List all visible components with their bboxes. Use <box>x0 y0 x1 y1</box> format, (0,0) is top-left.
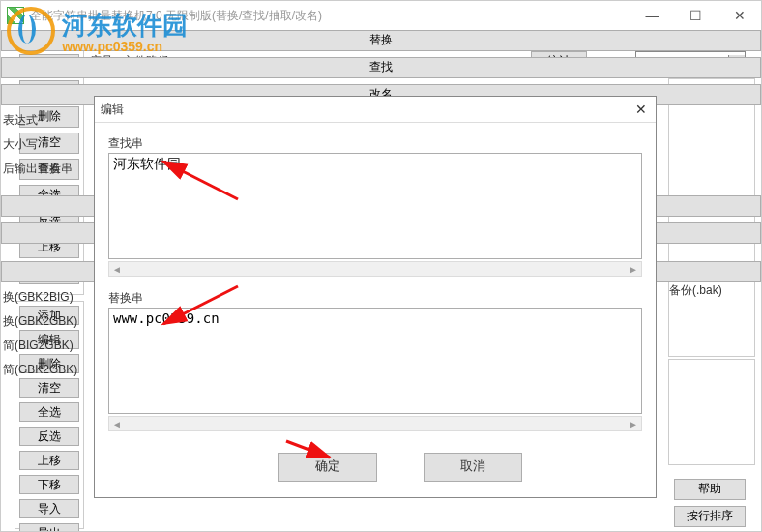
rule-move-down-button[interactable]: 下移 <box>19 475 79 494</box>
main-window: 全能字符串批量替换机7.0 无限制版(替换/查找/抽取/改名) ― ☐ ✕ 河东… <box>0 0 762 532</box>
scroll-right-icon: ► <box>626 262 641 276</box>
minimize-button[interactable]: ― <box>630 1 674 30</box>
sort-by-line-button[interactable]: 按行排序 <box>674 506 746 527</box>
rule-invert-button[interactable]: 反选 <box>19 427 79 446</box>
find-input[interactable] <box>108 153 642 259</box>
app-icon <box>7 7 24 24</box>
cancel-button[interactable]: 取消 <box>424 453 522 482</box>
edit-dialog: 编辑 ✕ 查找串 ◄ ► 替换串 ◄ ► 确定 取消 <box>94 96 657 498</box>
scroll-left-icon: ◄ <box>109 262 125 276</box>
rule-import-button[interactable]: 导入 <box>19 499 79 518</box>
replace-input[interactable] <box>108 308 642 414</box>
close-button[interactable]: ✕ <box>718 1 761 30</box>
dialog-titlebar: 编辑 ✕ <box>95 97 656 123</box>
titlebar: 全能字符串批量替换机7.0 无限制版(替换/查找/抽取/改名) ― ☐ ✕ <box>1 1 761 31</box>
rule-clear-button[interactable]: 清空 <box>19 378 79 398</box>
window-title: 全能字符串批量替换机7.0 无限制版(替换/查找/抽取/改名) <box>30 8 630 24</box>
find-button[interactable]: 查找 <box>1 57 761 78</box>
replace-button[interactable]: 替换 <box>1 30 761 51</box>
rule-select-all-button[interactable]: 全选 <box>19 402 79 422</box>
dialog-title: 编辑 <box>95 102 627 118</box>
find-label: 查找串 <box>108 135 143 152</box>
replace-scrollbar[interactable]: ◄ ► <box>108 416 642 431</box>
client-area: 在下列勾选文件中（注意备份） 添加 目录添加 删除 清空 查看 全选 反选 上移… <box>1 30 761 531</box>
rule-export-button[interactable]: 导出 <box>19 523 79 532</box>
scroll-left-icon: ◄ <box>109 417 125 430</box>
window-buttons: ― ☐ ✕ <box>630 1 761 30</box>
find-scrollbar[interactable]: ◄ ► <box>108 261 642 277</box>
help-button[interactable]: 帮助 <box>674 479 746 500</box>
rule-move-up-button[interactable]: 上移 <box>19 451 79 470</box>
replace-label: 替换串 <box>108 290 143 307</box>
scroll-right-icon: ► <box>626 417 641 430</box>
dialog-close-button[interactable]: ✕ <box>627 102 656 117</box>
maximize-button[interactable]: ☐ <box>674 1 718 30</box>
ok-button[interactable]: 确定 <box>278 453 377 482</box>
